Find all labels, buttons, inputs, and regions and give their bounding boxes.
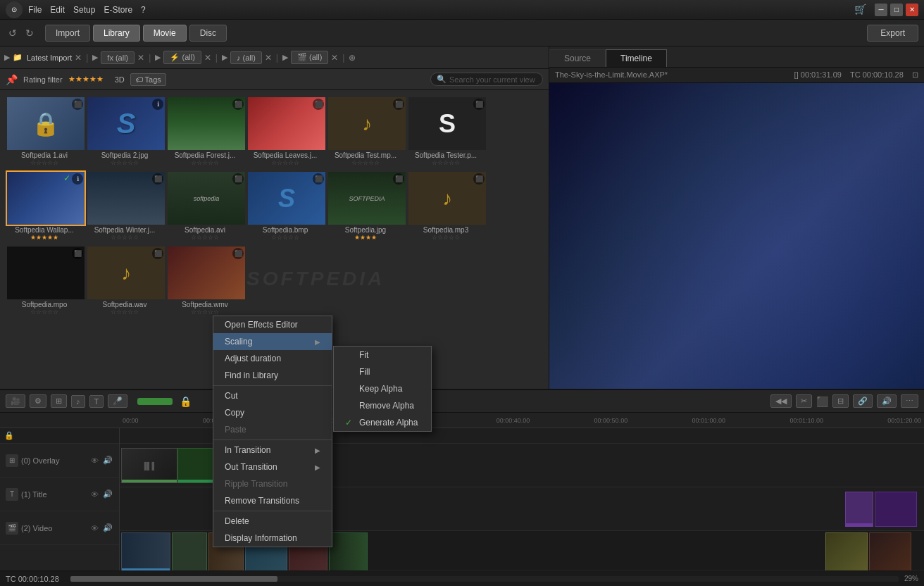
media-item[interactable]: 🔒 ⬛ Softpedia 1.avi ☆☆☆☆☆ bbox=[6, 96, 83, 168]
lock-icon-row[interactable]: 🔒 bbox=[4, 431, 14, 440]
media-item[interactable]: S ⬛ Softpedia.bmp ☆☆☆☆☆ bbox=[246, 170, 324, 242]
tl-cut-btn[interactable]: ✂ bbox=[796, 394, 812, 408]
clip-filter[interactable]: 🎬 (all) bbox=[291, 51, 328, 64]
tl-more-btn[interactable]: ⋯ bbox=[901, 394, 918, 408]
ctx-display-information[interactable]: Display Information bbox=[213, 530, 332, 547]
ctx-scaling[interactable]: Scaling ▶ Fit Fill Keep Alpha Remove Alp… bbox=[213, 333, 332, 350]
tl-btn-music[interactable]: ♪ bbox=[71, 395, 85, 408]
video-speaker[interactable]: 🔊 bbox=[102, 523, 113, 534]
submenu-keep-alpha[interactable]: Keep Alpha bbox=[334, 380, 431, 397]
ctx-copy[interactable]: Copy bbox=[213, 404, 332, 421]
tl-link-btn[interactable]: 🔗 bbox=[853, 394, 873, 408]
video-clip-2[interactable] bbox=[172, 532, 207, 571]
tl-btn-view[interactable]: ⊞ bbox=[51, 394, 67, 408]
media-item[interactable]: ⬛ Softpedia Forest.j... ☆☆☆☆☆ bbox=[166, 96, 244, 168]
menu-edit[interactable]: Edit bbox=[50, 5, 65, 15]
music-close[interactable]: ✕ bbox=[265, 53, 272, 63]
title-speaker[interactable]: 🔊 bbox=[102, 489, 113, 500]
fx-close[interactable]: ✕ bbox=[137, 53, 144, 63]
media-item[interactable]: S ⬛ Softpedia Tester.p... ☆☆☆☆☆ bbox=[407, 96, 485, 168]
menu-file[interactable]: File bbox=[28, 5, 42, 15]
music-filter[interactable]: ♪ (all) bbox=[230, 51, 262, 64]
tl-btn-settings[interactable]: ⚙ bbox=[30, 394, 46, 408]
expand-icon[interactable]: ⊡ bbox=[912, 70, 918, 79]
media-item[interactable]: ⬛ Softpedia Leaves.j... ☆☆☆☆☆ bbox=[246, 96, 324, 168]
pin-icon[interactable]: 📌 bbox=[6, 74, 18, 85]
media-item[interactable]: ⬛ Softpedia Winter.j... ☆☆☆☆☆ bbox=[86, 170, 163, 242]
submenu-generate-alpha[interactable]: ✓ Generate Alpha bbox=[334, 414, 431, 431]
fx-filter[interactable]: fx (all) bbox=[101, 51, 135, 64]
tl-vol-btn[interactable]: 🔊 bbox=[877, 394, 897, 408]
ctx-remove-transitions[interactable]: Remove Transitions bbox=[213, 492, 332, 509]
tl-nav-prev[interactable]: ◀◀ bbox=[770, 394, 792, 408]
undo-button[interactable]: ↺ bbox=[6, 27, 20, 39]
movie-button[interactable]: Movie bbox=[143, 25, 187, 42]
ctx-find-library[interactable]: Find in Library bbox=[213, 367, 332, 384]
media-item[interactable]: ♪ ⬛ Softpedia.mp3 ☆☆☆☆☆ bbox=[407, 170, 485, 242]
video-clip-1[interactable] bbox=[121, 532, 170, 571]
submenu-fit[interactable]: Fit bbox=[334, 347, 431, 363]
library-button[interactable]: Library bbox=[93, 25, 140, 42]
thumb-overlay: ⬛ bbox=[393, 99, 404, 110]
music-arrow[interactable]: ▶ bbox=[222, 53, 227, 62]
title-clip-1[interactable] bbox=[875, 492, 917, 527]
lightning-close[interactable]: ✕ bbox=[204, 53, 211, 63]
overlay-eye[interactable]: 👁 bbox=[89, 455, 100, 466]
ctx-delete[interactable]: Delete bbox=[213, 513, 332, 530]
ctx-adjust-duration[interactable]: Adjust duration bbox=[213, 350, 332, 367]
progress-bar[interactable] bbox=[70, 576, 899, 582]
fill-check bbox=[345, 367, 355, 377]
thumb-overlay: ⬛ bbox=[473, 173, 485, 185]
video-clip-7[interactable] bbox=[825, 532, 868, 571]
tl-btn-voice[interactable]: 🎤 bbox=[108, 394, 127, 408]
lightning-arrow[interactable]: ▶ bbox=[155, 53, 161, 62]
menu-setup[interactable]: Setup bbox=[73, 5, 95, 15]
timeline-tab[interactable]: Timeline bbox=[606, 49, 667, 67]
media-item-selected[interactable]: ✓ ℹ Softpedia Wallap... ★★★★★ bbox=[6, 170, 83, 242]
filter-arrow[interactable]: ▶ bbox=[4, 53, 10, 62]
submenu-fill[interactable]: Fill bbox=[334, 363, 431, 380]
title-eye[interactable]: 👁 bbox=[89, 489, 100, 500]
menu-estore[interactable]: E-Store bbox=[104, 5, 132, 15]
source-tab[interactable]: Source bbox=[549, 49, 606, 67]
disc-button[interactable]: Disc bbox=[189, 25, 227, 42]
ctx-in-transition[interactable]: In Transition ▶ bbox=[213, 442, 332, 459]
ctx-open-effects[interactable]: Open Effects Editor bbox=[213, 316, 332, 333]
ctx-cut[interactable]: Cut bbox=[213, 387, 332, 404]
media-item[interactable]: S ℹ Softpedia 2.jpg ☆☆☆☆☆ bbox=[86, 96, 163, 168]
video-clip-8[interactable] bbox=[869, 532, 911, 571]
fx-arrow[interactable]: ▶ bbox=[92, 53, 98, 62]
export-button[interactable]: Export bbox=[867, 25, 918, 42]
tl-btn-cam[interactable]: 🎥 bbox=[6, 394, 25, 408]
video-clip-6[interactable] bbox=[329, 532, 368, 571]
overlay-speaker[interactable]: 🔊 bbox=[102, 455, 113, 466]
add-filter[interactable]: ⊕ bbox=[349, 53, 356, 63]
maximize-button[interactable]: □ bbox=[890, 4, 903, 16]
media-item[interactable]: ♪ ⬛ Softpedia Test.mp... ☆☆☆☆☆ bbox=[327, 96, 404, 168]
submenu-remove-alpha[interactable]: Remove Alpha bbox=[334, 397, 431, 414]
redo-button[interactable]: ↻ bbox=[23, 27, 37, 39]
media-item[interactable]: softpedia ⬛ Softpedia.avi ☆☆☆☆☆ bbox=[166, 170, 244, 242]
clip-close[interactable]: ✕ bbox=[331, 53, 338, 63]
lightning-filter[interactable]: ⚡ (all) bbox=[163, 51, 201, 64]
rating-stars[interactable]: ★★★★★ bbox=[68, 75, 104, 84]
overlay-clip-1[interactable]: ▐▌▌ bbox=[121, 448, 177, 483]
menu-help[interactable]: ? bbox=[141, 5, 146, 15]
cart-icon[interactable]: 🛒 bbox=[854, 4, 866, 16]
video-eye[interactable]: 👁 bbox=[89, 523, 100, 534]
minimize-button[interactable]: ─ bbox=[875, 4, 887, 16]
ctx-out-transition[interactable]: Out Transition ▶ bbox=[213, 459, 332, 475]
close-button[interactable]: ✕ bbox=[906, 4, 918, 16]
clip-arrow[interactable]: ▶ bbox=[282, 53, 288, 62]
tl-lock-btn[interactable]: 🔒 bbox=[177, 394, 194, 409]
media-item[interactable]: ⬛ Softpedia.wmv ☆☆☆☆☆ bbox=[166, 245, 244, 317]
title-clip-2[interactable] bbox=[845, 492, 873, 527]
media-item[interactable]: ♪ ⬛ Softpedia.wav ☆☆☆☆☆ bbox=[86, 245, 163, 317]
media-item[interactable]: ⬛ Softpedia.mpo ☆☆☆☆☆ bbox=[6, 245, 83, 317]
tags-button[interactable]: 🏷 Tags bbox=[130, 73, 166, 86]
import-button[interactable]: Import bbox=[45, 25, 90, 42]
tl-btn-text[interactable]: T bbox=[89, 395, 104, 408]
latest-import-close[interactable]: ✕ bbox=[75, 53, 82, 63]
media-item[interactable]: SOFTPEDIA ⬛ Softpedia.jpg ★★★★ bbox=[327, 170, 404, 242]
tl-join-btn[interactable]: ⊟ bbox=[832, 394, 849, 408]
